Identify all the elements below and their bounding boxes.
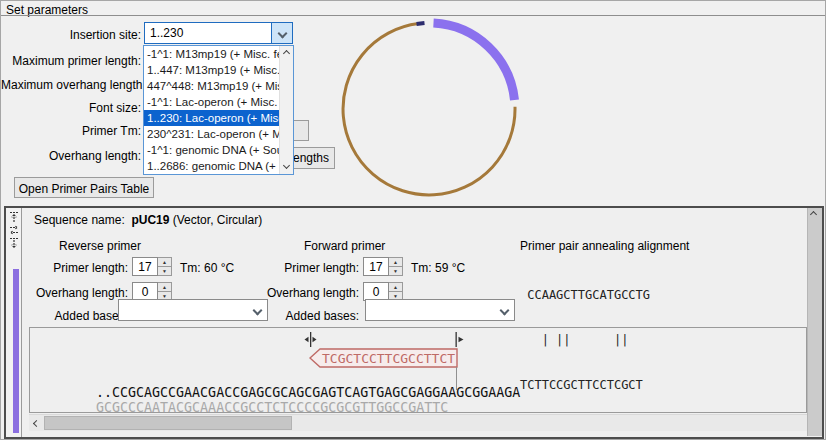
insertion-site-label: Insertion site: (1, 28, 141, 42)
dropdown-option[interactable]: -1^1: genomic DNA (+ Sou (144, 142, 279, 158)
spin-down-icon[interactable]: ▼ (389, 267, 403, 276)
plasmid-map (336, 11, 536, 207)
forward-overhang-label: Overhang length: (252, 286, 359, 300)
reverse-primer-length-value[interactable]: 17 (132, 257, 158, 276)
spin-up-icon[interactable]: ▲ (389, 257, 403, 267)
max-overhang-length-label: Maximum overhang length: (1, 78, 141, 92)
scroll-down-button[interactable] (280, 160, 293, 174)
primer-end-handle[interactable] (455, 332, 464, 348)
reverse-primer-annotation-text: TCGCTCCTTCGCCTTCT (322, 351, 455, 366)
spin-up-icon[interactable]: ▲ (389, 282, 403, 292)
sequence-viewer[interactable]: TCGCTCCTTCGCCTTCT ..CCGCAGCCGAACGACCGAGC… (29, 327, 807, 413)
insertion-site-dropdown-list: -1^1: M13mp19 (+ Misc. fe 1..447: M13mp1… (143, 45, 294, 175)
forward-primer-length-label: Primer length: (252, 261, 359, 275)
reverse-overhang-label: Overhang length: (21, 286, 128, 300)
chevron-up-icon (283, 49, 290, 56)
sequence-name-label: Sequence name: (34, 213, 125, 227)
sequence-downstream: GCGCCCAATACGCAAACCGCCTCTCCCCGCGCGTTGGCCG… (96, 400, 448, 413)
primer-design-window: Set parameters Insertion site: Maximum p… (0, 0, 826, 440)
forward-primer-title: Forward primer (304, 239, 385, 253)
plasmid-insert-arc (434, 23, 515, 100)
forward-primer-length-stepper[interactable]: 17 ▲ ▼ (363, 257, 403, 276)
reverse-added-bases-label: Added bases: (21, 309, 128, 323)
spin-up-icon[interactable]: ▲ (158, 282, 172, 292)
reverse-primer-annotation[interactable]: TCGCTCCTTCGCCTTCT (309, 348, 458, 368)
dropdown-option[interactable]: -1^1: Lac-operon (+ Misc. (144, 94, 279, 110)
dropdown-option-selected[interactable]: 1..230: Lac-operon (+ Misc (144, 110, 279, 126)
chevron-up-icon (810, 211, 817, 218)
sequence-text: ..CCGCAGCCGAACGACCGAGCGCAGCGAGTCAGTGAGCG… (32, 370, 520, 413)
reverse-primer-length-label: Primer length: (21, 261, 128, 275)
dropdown-option[interactable]: -1^1: M13mp19 (+ Misc. fe (144, 46, 279, 62)
insertion-region-bar (13, 269, 19, 433)
reverse-added-bases-combobox[interactable] (118, 299, 268, 321)
editor-gutter (6, 208, 22, 437)
open-primer-pairs-table-button[interactable]: Open Primer Pairs Table (14, 177, 154, 198)
sequence-upstream: ..CCGCAGCCGAACGACCGAGCGCAGCGAGTCAGTGAGCG… (96, 385, 520, 400)
primer-editor-panel: Sequence name: pUC19 (Vector, Circular) … (4, 206, 824, 439)
sequence-name-row: Sequence name: pUC19 (Vector, Circular) (34, 213, 262, 227)
insertion-site-combobox[interactable]: 1..230 (144, 22, 293, 44)
chevron-down-icon (499, 305, 509, 315)
forward-added-bases-value (366, 300, 494, 320)
spin-up-icon[interactable]: ▲ (158, 257, 172, 267)
align-bottom-icon[interactable] (8, 237, 20, 249)
insertion-site-value: 1..230 (145, 23, 271, 43)
forward-added-bases-combobox[interactable] (365, 299, 515, 321)
reverse-primer-length-stepper[interactable]: 17 ▲ ▼ (132, 257, 172, 276)
chevron-down-icon (283, 162, 290, 169)
alignment-top-strand: CCAAGCTTGCATGCCTG (520, 288, 650, 303)
primer-tm-label: Primer Tm: (1, 124, 141, 138)
reverse-added-bases-value (119, 300, 247, 320)
dropdown-option[interactable]: 447^448: M13mp19 (+ Mis (144, 78, 279, 94)
annealing-alignment-title: Primer pair annealing alignment (520, 239, 689, 253)
dropdown-scrollbar[interactable] (279, 46, 293, 174)
scroll-up-button[interactable] (280, 46, 293, 60)
panel-vertical-scrollbar[interactable] (807, 208, 822, 436)
sequence-horizontal-scrollbar[interactable] (29, 414, 807, 431)
plasmid-origin-marker (416, 21, 424, 26)
dropdown-option[interactable]: 1..447: M13mp19 (+ Misc. (144, 62, 279, 78)
chevron-left-icon (33, 419, 40, 426)
dropdown-option[interactable]: 1..2686: genomic DNA (+ S (144, 158, 279, 174)
reverse-primer-tm: Tm: 60 °C (180, 261, 234, 275)
forward-primer-tm: Tm: 59 °C (411, 261, 465, 275)
forward-added-bases-label: Added bases: (252, 309, 359, 323)
primer-start-handle[interactable] (304, 332, 317, 348)
overhang-length-label: Overhang length: (1, 149, 141, 163)
forward-primer-length-value[interactable]: 17 (363, 257, 389, 276)
chevron-down-icon (277, 28, 287, 38)
swap-arrows-icon[interactable] (8, 224, 20, 236)
insertion-site-dropdown-button[interactable] (271, 23, 292, 43)
reverse-primer-title: Reverse primer (59, 239, 141, 253)
spin-down-icon[interactable]: ▼ (158, 267, 172, 276)
scroll-left-button[interactable] (29, 415, 44, 431)
font-size-label: Font size: (1, 101, 141, 115)
sequence-name: pUC19 (131, 213, 169, 227)
max-primer-length-label: Maximum primer length: (1, 54, 141, 68)
dropdown-option[interactable]: 230^231: Lac-operon (+ M (144, 126, 279, 142)
align-top-icon[interactable] (8, 211, 20, 223)
sequence-type: (Vector, Circular) (169, 213, 262, 227)
horizontal-scrollbar-thumb[interactable] (44, 416, 292, 430)
forward-added-bases-dropdown-button[interactable] (494, 300, 514, 320)
